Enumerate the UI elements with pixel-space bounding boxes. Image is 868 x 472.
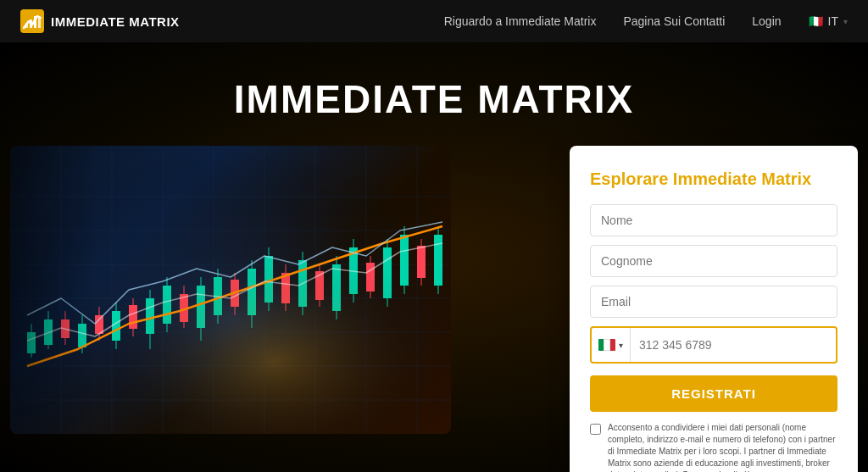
svg-rect-4 — [38, 18, 41, 28]
svg-rect-2 — [30, 19, 32, 28]
consent-row: Acconsento a condividere i miei dati per… — [590, 422, 837, 472]
navbar: IMMEDIATE MATRIX Riguardo a Immediate Ma… — [0, 0, 868, 42]
nav-links: Riguardo a Immediate Matrix Pagina Sui C… — [444, 14, 848, 28]
svg-rect-1 — [25, 23, 28, 28]
consent-checkbox[interactable] — [590, 424, 601, 435]
form-title: Esplorare Immediate Matrix — [590, 169, 837, 189]
language-selector[interactable]: 🇮🇹 IT ▾ — [809, 14, 848, 28]
register-button[interactable]: REGISTRATI — [590, 375, 837, 412]
nav-link-about[interactable]: Riguardo a Immediate Matrix — [444, 14, 597, 28]
name-input[interactable] — [590, 204, 837, 236]
nav-link-login[interactable]: Login — [752, 14, 781, 28]
flag-red — [610, 339, 615, 351]
it-flag-icon: 🇮🇹 — [809, 14, 823, 28]
svg-rect-3 — [34, 16, 36, 28]
registration-form-card: Esplorare Immediate Matrix ▾ REGISTRATI — [570, 146, 858, 472]
brand-logo[interactable]: IMMEDIATE MATRIX — [20, 9, 180, 33]
chevron-down-icon: ▾ — [843, 17, 848, 26]
form-title-accent: Immediate Matrix — [673, 169, 811, 188]
country-chevron-icon: ▾ — [619, 341, 623, 350]
form-title-static: Esplorare — [590, 169, 673, 188]
nav-link-contacts[interactable]: Pagina Sui Contatti — [623, 14, 725, 28]
hero-section: IMMEDIATE MATRIX — [0, 42, 868, 472]
surname-input[interactable] — [590, 245, 837, 277]
hero-title: IMMEDIATE MATRIX — [234, 76, 634, 122]
phone-country-selector[interactable]: ▾ — [592, 328, 631, 362]
brand-text: IMMEDIATE MATRIX — [51, 14, 180, 29]
email-input[interactable] — [590, 286, 837, 318]
phone-input[interactable] — [631, 330, 836, 360]
consent-text-body: Acconsento a condividere i miei dati per… — [608, 423, 835, 472]
consent-text: Acconsento a condividere i miei dati per… — [608, 422, 837, 472]
lang-label: IT — [828, 14, 838, 28]
brand-icon — [20, 9, 44, 33]
svg-rect-72 — [10, 146, 451, 434]
it-flag-icon — [598, 339, 615, 351]
chart-svg — [10, 146, 451, 434]
chart-background — [10, 146, 451, 434]
flag-white — [604, 339, 610, 351]
phone-row: ▾ — [590, 326, 837, 364]
hero-chart-image — [10, 146, 451, 434]
hero-content: Esplorare Immediate Matrix ▾ REGISTRATI — [10, 146, 858, 472]
